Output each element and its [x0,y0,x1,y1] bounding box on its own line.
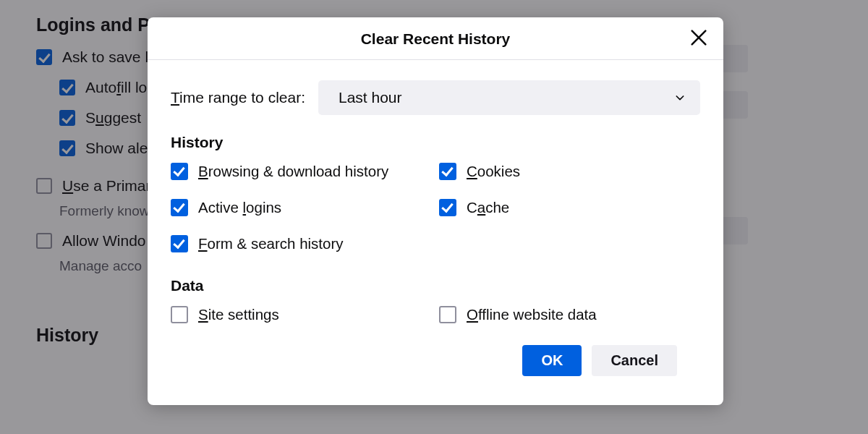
opt-offline-data[interactable]: Offline website data [439,306,700,323]
close-icon [689,27,709,48]
opt-label: Cookies [467,163,520,180]
checkbox-icon [439,163,456,180]
checkbox-icon [171,163,188,180]
close-button[interactable] [689,27,709,48]
dialog-header: Clear Recent History [148,17,723,60]
opt-cookies[interactable]: Cookies [439,163,700,180]
checkbox-icon [171,235,188,252]
opt-cache[interactable]: Cache [439,199,700,216]
time-range-label: Time range to clear: [171,89,305,106]
time-range-row: Time range to clear: Last hour [171,80,700,115]
opt-form-history[interactable]: Form & search history [171,235,432,252]
cancel-button[interactable]: Cancel [592,345,677,376]
checkbox-icon [439,199,456,216]
opt-label: Form & search history [198,235,344,252]
chevron-down-icon [674,92,686,103]
ok-button[interactable]: OK [522,345,582,376]
opt-label: Site settings [198,306,279,323]
checkbox-icon [171,306,188,323]
history-options-grid: Browsing & download history Cookies Acti… [171,163,700,252]
dialog-body: Time range to clear: Last hour History B… [148,60,723,405]
time-range-select[interactable]: Last hour [318,80,700,115]
opt-browsing-history[interactable]: Browsing & download history [171,163,432,180]
dialog-title: Clear Recent History [361,30,511,47]
dialog-footer: OK Cancel [171,345,700,391]
data-options-grid: Site settings Offline website data [171,306,700,323]
clear-history-dialog: Clear Recent History Time range to clear… [148,17,723,405]
opt-site-settings[interactable]: Site settings [171,306,432,323]
time-range-value: Last hour [339,89,402,106]
opt-active-logins[interactable]: Active logins [171,199,432,216]
opt-label: Offline website data [467,306,597,323]
opt-label: Browsing & download history [198,163,388,180]
checkbox-icon [439,306,456,323]
data-section-heading: Data [171,277,700,294]
opt-label: Active logins [198,199,281,216]
history-section-heading: History [171,134,700,151]
checkbox-icon [171,199,188,216]
opt-label: Cache [467,199,509,216]
